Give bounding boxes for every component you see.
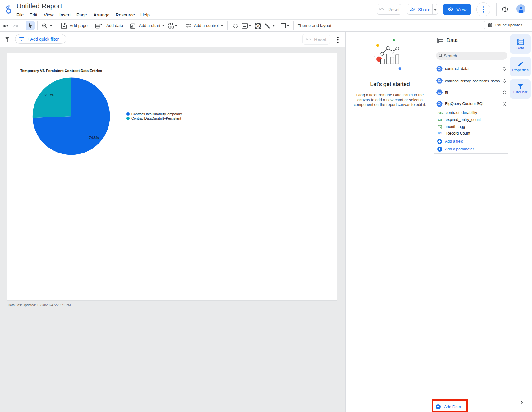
svg-text:74.3%: 74.3%: [89, 136, 99, 140]
svg-text:A: A: [257, 24, 259, 28]
svg-text:25.7%: 25.7%: [45, 93, 54, 97]
